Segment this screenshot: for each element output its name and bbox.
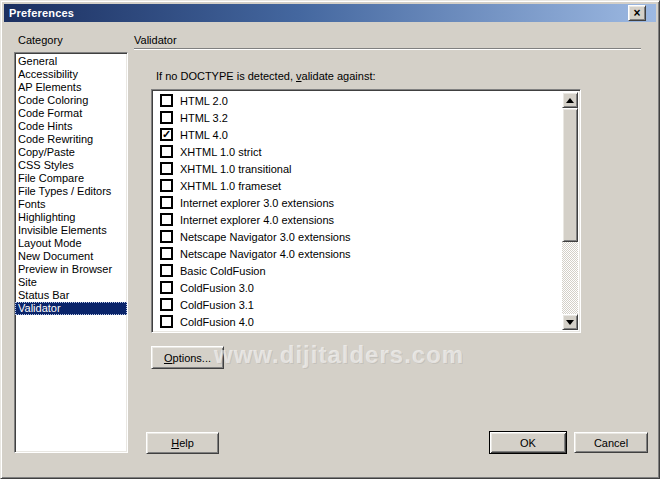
checkbox-checked-icon[interactable]: ✓: [160, 128, 173, 141]
checkbox-icon[interactable]: [160, 213, 173, 226]
category-item[interactable]: General: [15, 55, 127, 68]
validator-row-label: Netscape Navigator 4.0 extensions: [180, 248, 351, 260]
category-item[interactable]: File Types / Editors: [15, 185, 127, 198]
category-label: Category: [18, 34, 63, 46]
doctype-label: If no DOCTYPE is detected, validate agai…: [156, 70, 376, 82]
category-item[interactable]: File Compare: [15, 172, 127, 185]
checkbox-icon[interactable]: [160, 247, 173, 260]
category-item[interactable]: Code Format: [15, 107, 127, 120]
checkbox-icon[interactable]: [160, 298, 173, 311]
scrollbar-thumb[interactable]: [562, 108, 578, 242]
close-button[interactable]: ×: [628, 5, 646, 21]
close-icon: ×: [634, 7, 641, 19]
cancel-button[interactable]: Cancel: [574, 432, 648, 453]
scroll-up-button[interactable]: [562, 92, 578, 108]
panel-title: Validator: [134, 34, 177, 46]
panel-separator: [134, 48, 641, 50]
checkbox-icon[interactable]: [160, 230, 173, 243]
checkbox-icon[interactable]: [160, 145, 173, 158]
validator-row-label: Basic ColdFusion: [180, 265, 266, 277]
validator-row-label: ColdFusion 3.1: [180, 299, 254, 311]
title-bar[interactable]: Preferences ×: [4, 4, 656, 22]
checkbox-icon[interactable]: [160, 162, 173, 175]
category-item[interactable]: Layout Mode: [15, 237, 127, 250]
validator-row-label: HTML 3.2: [180, 112, 228, 124]
preferences-dialog: Preferences × Category Validator General…: [0, 0, 660, 479]
validator-row[interactable]: ✓HTML 4.0: [154, 126, 562, 143]
validator-row-label: Internet explorer 3.0 extensions: [180, 197, 334, 209]
category-item[interactable]: Status Bar: [15, 289, 127, 302]
options-button[interactable]: Options...: [151, 346, 224, 369]
validator-row[interactable]: HTML 3.2: [154, 109, 562, 126]
validator-row-label: Netscape Navigator 3.0 extensions: [180, 231, 351, 243]
category-item[interactable]: Code Coloring: [15, 94, 127, 107]
category-item[interactable]: CSS Styles: [15, 159, 127, 172]
ok-button[interactable]: OK: [489, 431, 567, 454]
category-item[interactable]: Invisible Elements: [15, 224, 127, 237]
category-item[interactable]: Fonts: [15, 198, 127, 211]
checkbox-icon[interactable]: [160, 94, 173, 107]
validator-list[interactable]: HTML 2.0HTML 3.2✓HTML 4.0XHTML 1.0 stric…: [151, 89, 581, 333]
checkbox-icon[interactable]: [160, 315, 173, 328]
validator-row[interactable]: ColdFusion 3.0: [154, 279, 562, 296]
category-item[interactable]: Validator: [15, 302, 127, 315]
validator-row[interactable]: HTML 2.0: [154, 92, 562, 109]
validator-row-label: XHTML 1.0 strict: [180, 146, 262, 158]
validator-row[interactable]: ColdFusion 4.0: [154, 313, 562, 330]
category-item[interactable]: AP Elements: [15, 81, 127, 94]
validator-row[interactable]: Internet explorer 4.0 extensions: [154, 211, 562, 228]
validator-row[interactable]: Internet explorer 3.0 extensions: [154, 194, 562, 211]
validator-row[interactable]: Netscape Navigator 4.0 extensions: [154, 245, 562, 262]
category-item[interactable]: Accessibility: [15, 68, 127, 81]
validator-row[interactable]: Netscape Navigator 3.0 extensions: [154, 228, 562, 245]
checkbox-icon[interactable]: [160, 111, 173, 124]
category-item[interactable]: New Document: [15, 250, 127, 263]
category-item[interactable]: Site: [15, 276, 127, 289]
category-item[interactable]: Code Rewriting: [15, 133, 127, 146]
checkbox-icon[interactable]: [160, 264, 173, 277]
category-item[interactable]: Highlighting: [15, 211, 127, 224]
category-list[interactable]: GeneralAccessibilityAP ElementsCode Colo…: [14, 52, 128, 453]
validator-row-label: HTML 2.0: [180, 95, 228, 107]
checkbox-icon[interactable]: [160, 281, 173, 294]
validator-row-label: Internet explorer 4.0 extensions: [180, 214, 334, 226]
validator-row-label: ColdFusion 4.0: [180, 316, 254, 328]
validator-row-label: XHTML 1.0 frameset: [180, 180, 281, 192]
validator-row-label: XHTML 1.0 transitional: [180, 163, 291, 175]
validator-row-label: ColdFusion 3.0: [180, 282, 254, 294]
vertical-scrollbar[interactable]: [562, 92, 578, 330]
category-item[interactable]: Preview in Browser: [15, 263, 127, 276]
window-title: Preferences: [4, 7, 74, 19]
checkbox-icon[interactable]: [160, 196, 173, 209]
validator-row[interactable]: XHTML 1.0 transitional: [154, 160, 562, 177]
scroll-up-icon: [566, 98, 574, 103]
category-item[interactable]: Copy/Paste: [15, 146, 127, 159]
watermark: www.dijitalders.com: [214, 341, 464, 369]
scroll-down-button[interactable]: [562, 314, 578, 330]
validator-row[interactable]: XHTML 1.0 frameset: [154, 177, 562, 194]
category-item[interactable]: Code Hints: [15, 120, 127, 133]
scroll-down-icon: [566, 320, 574, 325]
checkbox-icon[interactable]: [160, 179, 173, 192]
validator-row[interactable]: XHTML 1.0 strict: [154, 143, 562, 160]
validator-row[interactable]: Basic ColdFusion: [154, 262, 562, 279]
validator-row-label: HTML 4.0: [180, 129, 228, 141]
validator-rows: HTML 2.0HTML 3.2✓HTML 4.0XHTML 1.0 stric…: [154, 92, 562, 330]
help-button[interactable]: Help: [146, 432, 219, 454]
validator-row[interactable]: ColdFusion 3.1: [154, 296, 562, 313]
